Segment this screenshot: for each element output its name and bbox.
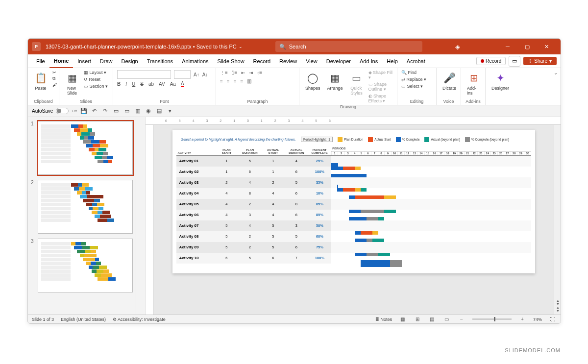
menu-tab-file[interactable]: File xyxy=(32,54,49,68)
menu-tab-draw[interactable]: Draw xyxy=(96,54,117,68)
align-center-icon[interactable]: ≡ xyxy=(227,78,230,84)
decrease-font-icon[interactable]: A↓ xyxy=(202,72,208,77)
redo-icon[interactable]: ↷ xyxy=(101,107,109,115)
zoom-in-button[interactable]: + xyxy=(518,316,526,323)
select-button[interactable]: ▭ Select ▾ xyxy=(401,84,426,89)
qat-icon-1[interactable]: ▭ xyxy=(112,107,120,115)
paste-button[interactable]: 📋 Paste xyxy=(32,70,49,92)
char-spacing-icon[interactable]: AV xyxy=(159,81,165,87)
menu-tab-help[interactable]: Help xyxy=(382,54,402,68)
gantt-row[interactable]: Activity 07545350% xyxy=(176,220,531,231)
vertical-scrollbar[interactable]: ▲▼▲▼ xyxy=(554,125,561,315)
columns-icon[interactable]: ▥ xyxy=(247,78,251,84)
menu-tab-insert[interactable]: Insert xyxy=(73,54,96,68)
slide-thumbnail-2[interactable] xyxy=(38,180,133,234)
quick-styles-button[interactable]: ▭Quick Styles xyxy=(348,70,366,97)
gantt-row[interactable]: Activity 03242535% xyxy=(176,177,531,188)
gantt-chart[interactable]: ACTIVITYPLAN STARTPLAN DURATIONACTUAL ST… xyxy=(176,146,531,264)
bullets-icon[interactable]: ⋮≡ xyxy=(220,70,228,75)
addins-button[interactable]: ⊞Add-ins xyxy=(465,70,483,97)
menu-tab-design[interactable]: Design xyxy=(117,54,142,68)
slide-thumbnail-panel[interactable]: 123 xyxy=(28,117,136,315)
align-left-icon[interactable]: ≡ xyxy=(220,78,223,84)
chevron-down-icon[interactable]: ⌄ xyxy=(239,44,243,49)
gantt-row[interactable]: Activity 06434685% xyxy=(176,210,531,220)
find-button[interactable]: 🔍 Find xyxy=(401,70,426,75)
menu-tab-home[interactable]: Home xyxy=(49,54,74,68)
zoom-slider[interactable] xyxy=(472,318,512,320)
gantt-row[interactable]: Activity 106567100% xyxy=(176,253,531,264)
menu-tab-transitions[interactable]: Transitions xyxy=(143,54,177,68)
qat-icon-3[interactable]: ▥ xyxy=(134,107,142,115)
reset-button[interactable]: ↺ Reset xyxy=(84,77,108,82)
period-highlight-control[interactable]: Period Highlight: 1 xyxy=(301,137,333,142)
save-icon[interactable]: 💾 xyxy=(80,107,88,115)
qat-icon-5[interactable]: ▤ xyxy=(155,107,163,115)
menu-tab-acrobat[interactable]: Acrobat xyxy=(402,54,430,68)
menu-tab-slide-show[interactable]: Slide Show xyxy=(213,54,249,68)
shapes-button[interactable]: ◯Shapes xyxy=(303,70,322,92)
menu-tab-developer[interactable]: Developer xyxy=(322,54,355,68)
replace-button[interactable]: ⇄ Replace ▾ xyxy=(401,77,426,82)
menu-tab-animations[interactable]: Animations xyxy=(177,54,213,68)
arrange-button[interactable]: ▦Arrange xyxy=(325,70,345,92)
font-size-select[interactable] xyxy=(174,70,191,79)
increase-font-icon[interactable]: A↑ xyxy=(194,72,199,77)
reading-view-icon[interactable]: ▤ xyxy=(428,316,436,323)
collapse-ribbon-icon[interactable]: ⌄ xyxy=(554,70,558,75)
change-case-icon[interactable]: Aa xyxy=(170,81,176,87)
accessibility-status[interactable]: ⚙ Accessibility: Investigate xyxy=(113,317,166,322)
zoom-level[interactable]: 74% xyxy=(533,317,542,322)
minimize-button[interactable]: ─ xyxy=(498,39,517,54)
strike-button[interactable]: S xyxy=(140,81,144,87)
format-painter-icon[interactable]: 🖌 xyxy=(52,82,57,87)
shape-outline-button[interactable]: ▭ Shape Outline ▾ xyxy=(368,82,393,92)
autosave-toggle[interactable] xyxy=(56,108,69,114)
menu-tab-view[interactable]: View xyxy=(301,54,322,68)
slide-thumbnail-3[interactable] xyxy=(38,239,133,292)
underline-button[interactable]: U xyxy=(132,81,135,87)
new-slide-button[interactable]: ▦ New Slide xyxy=(63,70,81,97)
gantt-row[interactable]: Activity 01151425% xyxy=(176,156,531,167)
shape-fill-button[interactable]: ◆ Shape Fill ▾ xyxy=(368,70,393,80)
qat-more-icon[interactable]: ▾ xyxy=(166,107,174,115)
close-button[interactable]: ✕ xyxy=(537,39,557,54)
premium-icon[interactable]: ◈ xyxy=(455,43,460,50)
copy-icon[interactable]: ⧉ xyxy=(52,76,57,81)
search-input[interactable]: 🔍 Search xyxy=(275,41,422,52)
slide-counter[interactable]: Slide 1 of 3 xyxy=(32,317,54,322)
gantt-row[interactable]: Activity 021616100% xyxy=(176,167,531,177)
slideshow-view-icon[interactable]: ▭ xyxy=(443,316,451,323)
menu-tab-record[interactable]: Record xyxy=(249,54,275,68)
numbering-icon[interactable]: 1≡ xyxy=(232,70,237,75)
sorter-view-icon[interactable]: ⊞ xyxy=(414,316,421,323)
indent-dec-icon[interactable]: ⇤ xyxy=(241,70,245,75)
language-status[interactable]: English (United States) xyxy=(61,317,106,322)
slide-stage[interactable]: Select a period to highlight at right. A… xyxy=(153,125,554,315)
normal-view-icon[interactable]: ▦ xyxy=(399,316,407,323)
gantt-row[interactable]: Activity 09525675% xyxy=(176,242,531,253)
gantt-row[interactable]: Activity 04484610% xyxy=(176,188,531,199)
fit-window-icon[interactable]: ⛶ xyxy=(549,316,557,323)
qat-icon-4[interactable]: ◉ xyxy=(145,107,152,115)
document-title[interactable]: 13075-03-gantt-chart-planner-powerpoint-… xyxy=(46,44,237,49)
font-color-icon[interactable]: A xyxy=(181,81,184,87)
justify-icon[interactable]: ≡ xyxy=(241,78,244,84)
qat-icon-2[interactable]: ▭ xyxy=(123,107,131,115)
gantt-row[interactable]: Activity 05424885% xyxy=(176,199,531,210)
section-button[interactable]: ▭ Section ▾ xyxy=(84,84,108,89)
zoom-out-button[interactable]: − xyxy=(458,316,466,323)
record-button[interactable]: Record xyxy=(476,57,506,65)
cut-icon[interactable]: ✂ xyxy=(52,70,57,75)
text-shadow-icon[interactable]: ab xyxy=(148,81,154,87)
menu-tab-review[interactable]: Review xyxy=(275,54,301,68)
gantt-row[interactable]: Activity 08525560% xyxy=(176,231,531,242)
font-family-select[interactable] xyxy=(117,70,171,79)
slide-canvas[interactable]: Select a period to highlight at right. A… xyxy=(172,130,535,273)
dictate-button[interactable]: 🎤Dictate xyxy=(441,70,458,92)
share-button[interactable]: ⇪Share ▾ xyxy=(523,57,557,65)
designer-button[interactable]: ✦Designer xyxy=(490,70,511,92)
slide-thumbnail-1[interactable] xyxy=(38,121,133,175)
shape-effects-button[interactable]: ◐ Shape Effects ▾ xyxy=(368,94,393,103)
line-spacing-icon[interactable]: ↕≡ xyxy=(257,70,262,75)
